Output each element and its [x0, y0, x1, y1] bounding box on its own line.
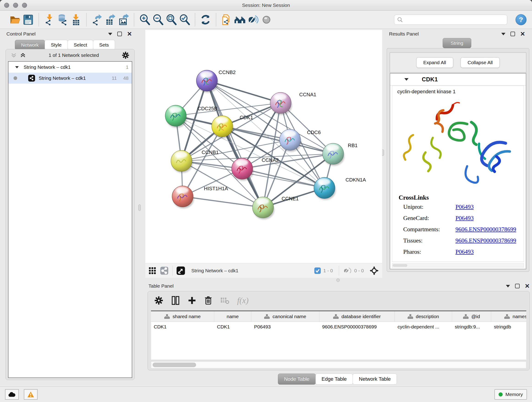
table-cell[interactable]: P06493 [251, 322, 319, 332]
results-hscrollbar[interactable] [392, 263, 524, 268]
node-CDKN1A[interactable] [314, 177, 336, 200]
delete-table-icon[interactable] [220, 296, 229, 305]
float-panel-icon[interactable] [117, 32, 122, 36]
column-header-name[interactable]: name [214, 311, 251, 322]
node-HIST1H1A[interactable] [172, 186, 194, 208]
save-session-button[interactable] [22, 13, 35, 26]
hide-graphics-button[interactable] [247, 13, 260, 26]
tab-string[interactable]: String [443, 38, 471, 48]
gear-icon[interactable] [122, 51, 129, 59]
edge-CCNA2-CDKN1A[interactable] [242, 169, 324, 188]
eye-slash-icon [247, 13, 259, 26]
show-home-button[interactable] [233, 13, 247, 26]
crosslink-link[interactable]: 9606.ENSP00000378699 [456, 226, 516, 233]
collapse-panel-icon[interactable] [108, 33, 112, 35]
column-header-canonical-name[interactable]: canonical name [251, 311, 319, 322]
tab-network-table[interactable]: Network Table [353, 374, 397, 385]
collapse-panel-icon[interactable] [501, 33, 505, 35]
collapse-all-icon[interactable] [11, 52, 17, 58]
column-header-database-identifier[interactable]: database identifier [319, 311, 395, 322]
card-expander-icon[interactable] [404, 78, 409, 81]
export-table-icon [104, 14, 116, 26]
close-panel-icon[interactable]: ✕ [127, 32, 132, 36]
crosslink-link[interactable]: P06493 [456, 215, 474, 222]
delete-icon[interactable] [204, 296, 212, 305]
export-table-button[interactable] [104, 13, 117, 26]
table-cell[interactable]: stringdb:9... [452, 322, 491, 332]
close-panel-icon[interactable]: ✕ [525, 284, 530, 288]
import-network-file-button[interactable] [43, 13, 56, 26]
zoom-fit-button[interactable] [165, 13, 178, 26]
render-detail-button[interactable] [260, 13, 273, 26]
table-cell[interactable]: 9606.ENSP00000378699 [319, 322, 395, 332]
tab-edge-table[interactable]: Edge Table [316, 374, 353, 385]
columns-icon[interactable] [171, 296, 180, 305]
collapse-panel-icon[interactable] [506, 285, 510, 287]
float-panel-icon[interactable] [510, 32, 515, 36]
selected-checkbox-icon[interactable] [314, 267, 321, 274]
apply-layout-button[interactable] [199, 13, 212, 26]
table-cell[interactable]: CDK1 [151, 322, 214, 332]
memory-button[interactable]: Memory [494, 389, 527, 400]
crosslink-row: Tissues:9606.ENSP00000378699 [403, 237, 524, 244]
edge-HIST1H1A-CCNE1[interactable] [183, 196, 263, 207]
table-row[interactable]: CDK1CDK1P064939606.ENSP00000378699cyclin… [151, 322, 526, 332]
grid-view-icon[interactable] [148, 267, 156, 274]
column-header--id[interactable]: @id [452, 311, 491, 322]
pan-crosshair-icon[interactable] [369, 266, 379, 275]
node-CDC6[interactable] [279, 129, 301, 152]
network-view[interactable]: CCNB2CCNA1CDC25BCDK1CDC6RB1CCNB1CCNA2CDK… [145, 30, 382, 263]
tab-node-table[interactable]: Node Table [278, 374, 316, 385]
tab-select[interactable]: Select [68, 40, 93, 50]
network-canvas[interactable]: CCNB2CCNA1CDC25BCDK1CDC6RB1CCNB1CCNA2CDK… [145, 30, 382, 263]
node-CCNE1[interactable] [253, 197, 274, 219]
node-CCNA1[interactable] [270, 92, 292, 115]
export-image-button[interactable] [117, 13, 130, 26]
export-network-button[interactable] [90, 13, 104, 26]
warning-icon [27, 391, 34, 398]
node-RB1[interactable] [323, 143, 344, 166]
hidden-eye-slash-icon[interactable] [343, 267, 352, 274]
column-label: @id [471, 314, 480, 319]
collapse-all-button[interactable]: Collapse All [461, 57, 500, 68]
crosslink-link[interactable]: P06493 [456, 249, 474, 255]
table-gear-icon[interactable] [154, 296, 163, 305]
warning-button[interactable] [24, 389, 38, 400]
tab-sets[interactable]: Sets [93, 40, 115, 50]
zoom-out-button[interactable] [151, 13, 165, 26]
network-view-icon[interactable] [160, 266, 169, 275]
tree-expander-icon[interactable] [15, 66, 19, 68]
node-CDC25B[interactable] [165, 105, 187, 128]
left-splitter-handle[interactable] [138, 204, 141, 211]
birdseye-icon[interactable] [176, 266, 185, 275]
open-session-button[interactable] [8, 13, 22, 26]
add-column-icon[interactable] [188, 296, 196, 305]
crosslink-link[interactable]: P06493 [456, 204, 474, 211]
tab-style[interactable]: Style [45, 40, 68, 50]
help-button[interactable]: ? [515, 14, 526, 25]
close-panel-icon[interactable]: ✕ [520, 32, 525, 36]
network-collection-row[interactable]: String Network – cdk1 1 [8, 62, 132, 73]
tab-network[interactable]: Network [15, 40, 45, 50]
import-table-file-button[interactable] [69, 13, 82, 26]
zoom-in-button[interactable] [138, 13, 151, 26]
node-CCNA2[interactable] [232, 158, 253, 181]
table-cell[interactable]: stringdb [491, 322, 526, 332]
import-network-database-button[interactable] [56, 13, 69, 26]
zoom-selected-button[interactable] [178, 13, 191, 26]
cloud-button[interactable] [5, 389, 19, 400]
column-header-shared-name[interactable]: shared name [151, 311, 214, 322]
clone-network-button[interactable] [220, 13, 233, 26]
float-panel-icon[interactable] [515, 284, 520, 288]
expand-all-icon[interactable] [20, 52, 26, 58]
column-header-description[interactable]: description [395, 311, 452, 322]
expand-all-button[interactable]: Expand All [416, 57, 453, 68]
table-hscrollbar[interactable] [151, 361, 526, 368]
crosslink-link[interactable]: 9606.ENSP00000378699 [456, 237, 516, 244]
search-input[interactable] [405, 17, 504, 22]
function-builder-icon[interactable]: f(x) [237, 296, 249, 305]
table-cell[interactable]: cyclin-dependent ... [395, 322, 452, 332]
column-header-namespace[interactable]: namespace [491, 311, 526, 322]
table-cell[interactable]: CDK1 [214, 322, 251, 332]
network-row-selected[interactable]: String Network – cdk1 11 48 [8, 73, 132, 84]
